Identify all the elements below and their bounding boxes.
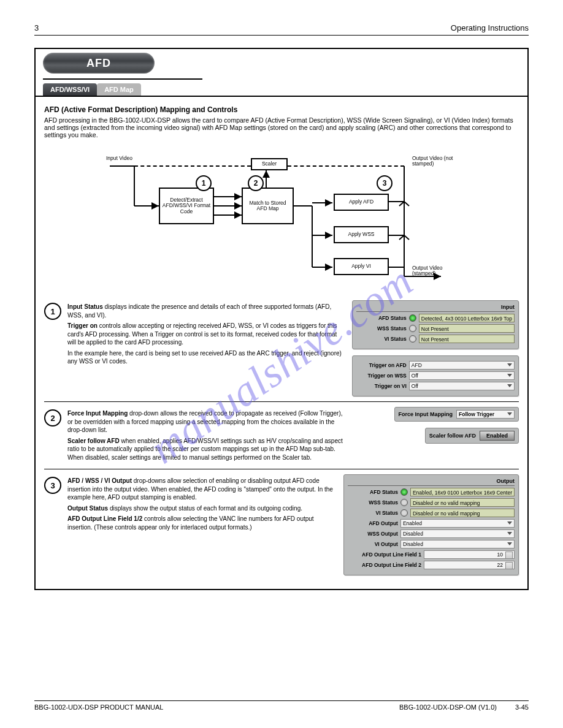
scaler-follow-toggle[interactable]: Enabled — [480, 431, 515, 441]
dashed-line-1 — [134, 165, 251, 167]
trigger-afd-select[interactable]: AFD — [409, 361, 515, 370]
out-field2: AFD Output Line Field 2 22 — [348, 561, 515, 569]
section-1: 1 Input Status displays indicate the pre… — [44, 295, 519, 401]
led-icon — [409, 325, 416, 332]
input-row-vi: VI Status Not Present — [356, 335, 515, 343]
out-vi-output: VI Output Disabled — [348, 540, 515, 548]
scaler-follow-afd-panel: Scaler follow AFD Enabled — [425, 428, 519, 444]
title-pill: AFD — [43, 53, 155, 74]
label-output-stamped: Output Video (stamped) — [412, 265, 455, 277]
input-status-panel: Input AFD Status Detected, 4x3 0010 Lett… — [352, 300, 519, 349]
page-header: 3 Operating Instructions — [34, 23, 529, 36]
sec3-t2: displays show the output status of each … — [108, 505, 302, 512]
field2-label: AFD Output Line Field 2 — [348, 562, 421, 568]
input-panel-title: Input — [356, 304, 515, 312]
out-afd-value: Enabled, 16x9 0100 Letterbox 16x9 Center — [410, 488, 515, 496]
trigger-vi-label: Trigger on VI — [356, 383, 407, 389]
trigger-row-wss: Trigger on WSS Off — [356, 371, 515, 380]
field1-input[interactable]: 10 — [424, 550, 515, 559]
scaler-follow-label: Scaler follow AFD — [429, 433, 476, 439]
out-afd-output: AFD Output Enabled — [348, 519, 515, 528]
input-afd-value: Detected, 4x3 0010 Letterbox 16x9 Top — [419, 314, 515, 322]
page-footer: BBG-1002-UDX-DSP PRODUCT MANUAL BBG-1002… — [34, 700, 529, 711]
box-scaler: Scaler — [251, 158, 288, 170]
sec2-b2: Scaler follow AFD — [67, 438, 120, 444]
output-panel: Output AFD Status Enabled, 16x9 0100 Let… — [343, 474, 519, 575]
out-field1: AFD Output Line Field 1 10 — [348, 550, 515, 559]
sec1-t2: controls allow accepting or rejecting re… — [67, 322, 337, 346]
field1-label: AFD Output Line Field 1 — [348, 552, 421, 558]
input-wss-value: Not Present — [419, 324, 515, 333]
box-apply-afd: Apply AFD — [334, 194, 389, 211]
force-mapping-select[interactable]: Follow Trigger — [456, 410, 515, 419]
section-1-number: 1 — [44, 303, 61, 320]
afd-output-select[interactable]: Enabled — [400, 519, 515, 528]
sec3-b2: Output Status — [67, 505, 108, 512]
tab-afd-wss-vi[interactable]: AFD/WSS/VI — [43, 83, 97, 96]
sec1-b2: Trigger on — [67, 322, 98, 329]
svg-line-20 — [404, 235, 409, 240]
section-2: 2 Force Input Mapping drop-down allows t… — [44, 401, 519, 469]
field2-input[interactable]: 22 — [424, 561, 515, 569]
flow-diagram: Input Video Scaler Detect/Extract AFD/WS… — [110, 145, 453, 292]
trigger-panel: Trigger on AFD AFD Trigger on WSS Off Tr… — [352, 355, 519, 396]
box-apply-wss: Apply WSS — [334, 226, 389, 243]
section-1-text: Input Status displays indicate the prese… — [67, 300, 345, 396]
input-vi-label: VI Status — [356, 336, 407, 342]
svg-line-19 — [399, 235, 404, 240]
out-wss-output: WSS Output Disabled — [348, 529, 515, 538]
label-output-unstamped: Output Video (not stamped) — [412, 156, 455, 167]
trigger-afd-label: Trigger on AFD — [356, 362, 407, 368]
label-input-video: Input Video — [106, 156, 139, 161]
diagram-circle-2: 2 — [248, 175, 264, 191]
vi-output-label: VI Output — [348, 541, 398, 547]
main-box: AFD AFD/WSS/VI AFD Map AFD (Active Forma… — [34, 48, 529, 590]
led-icon — [400, 509, 408, 517]
sec2-b1: Force Input Mapping — [67, 410, 128, 417]
out-wss-label: WSS Status — [348, 499, 398, 506]
output-panel-title: Output — [348, 478, 515, 486]
input-row-afd: AFD Status Detected, 4x3 0010 Letterbox … — [356, 314, 515, 322]
afd-output-label: AFD Output — [348, 520, 398, 526]
diagram-circle-3: 3 — [377, 175, 393, 191]
tabs: AFD/WSS/VI AFD Map — [43, 83, 520, 96]
section-3-text: AFD / WSS / VI Output drop-downs allow s… — [67, 474, 336, 575]
trigger-row-afd: Trigger on AFD AFD — [356, 361, 515, 370]
box-match-map: Match to Stored AFD Map — [242, 188, 294, 224]
led-icon — [409, 335, 416, 343]
vi-output-select[interactable]: Disabled — [400, 540, 515, 548]
trigger-wss-label: Trigger on WSS — [356, 373, 407, 379]
dashed-line-2 — [288, 165, 404, 167]
out-row-wss: WSS Status Disabled or no valid mapping — [348, 498, 515, 507]
out-vi-value: Disabled or no valid mapping — [410, 509, 515, 517]
svg-line-18 — [404, 202, 409, 206]
force-label: Force Input Mapping — [399, 411, 453, 417]
led-icon — [400, 488, 408, 496]
box-apply-vi: Apply VI — [334, 258, 389, 275]
sec3-b1: AFD / WSS / VI Output — [67, 477, 132, 484]
out-row-afd: AFD Status Enabled, 16x9 0100 Letterbox … — [348, 488, 515, 496]
footer-revision: BBG-1002-UDX-DSP-OM (V1.0) — [399, 703, 497, 711]
wss-output-select[interactable]: Disabled — [400, 529, 515, 538]
sec1-t3: In the example here, the card is being s… — [67, 349, 345, 366]
tab-afd-map[interactable]: AFD Map — [97, 83, 141, 96]
svg-line-17 — [399, 202, 404, 206]
out-afd-label: AFD Status — [348, 489, 398, 495]
trigger-vi-select[interactable]: Off — [409, 382, 515, 390]
input-row-wss: WSS Status Not Present — [356, 324, 515, 333]
box-body: AFD (Active Format Description) Mapping … — [36, 97, 527, 589]
diagram-circle-1: 1 — [196, 175, 212, 191]
section-3: 3 AFD / WSS / VI Output drop-downs allow… — [44, 469, 519, 580]
chapter-title: Operating Instructions — [451, 23, 529, 32]
force-input-mapping-panel: Force Input Mapping Follow Trigger — [394, 407, 519, 422]
led-icon — [400, 499, 408, 506]
section-2-number: 2 — [44, 409, 61, 427]
section-3-number: 3 — [44, 477, 61, 494]
trigger-wss-select[interactable]: Off — [409, 371, 515, 380]
footer-left: BBG-1002-UDX-DSP PRODUCT MANUAL — [34, 703, 163, 711]
trigger-row-vi: Trigger on VI Off — [356, 382, 515, 390]
led-icon — [409, 314, 416, 322]
out-vi-label: VI Status — [348, 510, 398, 516]
title-divider — [43, 78, 202, 80]
out-row-vi: VI Status Disabled or no valid mapping — [348, 509, 515, 517]
